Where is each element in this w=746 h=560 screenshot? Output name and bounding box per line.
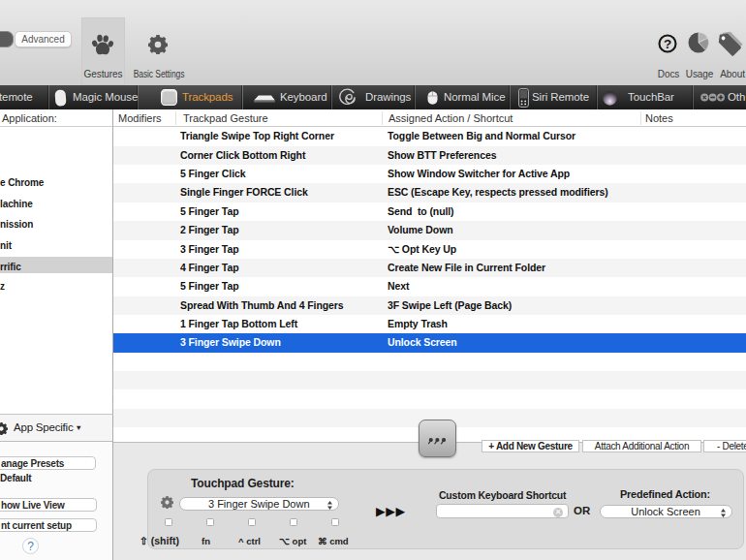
svg-text:?: ? bbox=[664, 37, 671, 51]
